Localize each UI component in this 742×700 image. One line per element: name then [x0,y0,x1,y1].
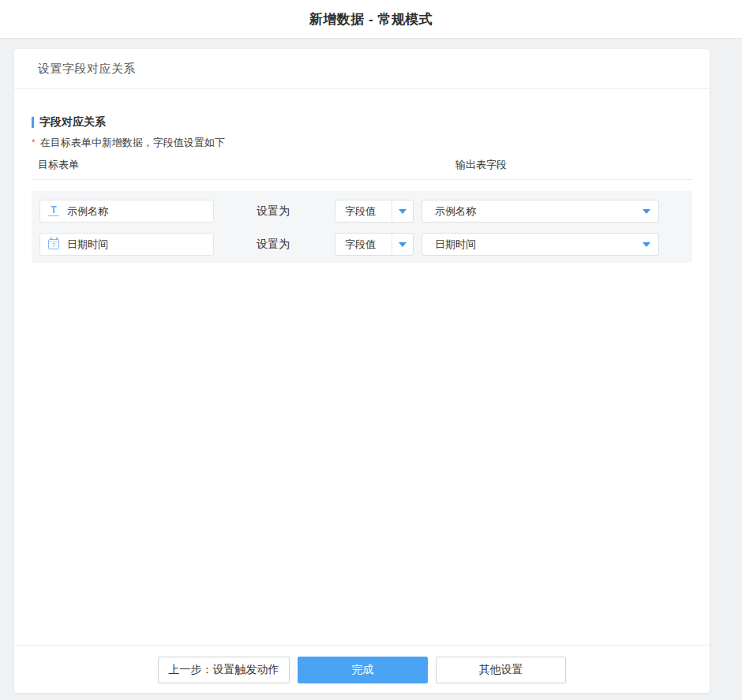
value-type-selected: 字段值 [335,204,392,219]
value-type-select[interactable]: 字段值 [335,200,414,223]
footer-divider [14,645,710,646]
footer-actions: 上一步：设置触发动作 完成 其他设置 [14,657,710,683]
finish-button[interactable]: 完成 [298,657,428,683]
chevron-down-icon[interactable] [399,242,407,247]
column-divider [32,179,692,180]
relation-label: 设置为 [257,204,291,219]
chevron-down-icon[interactable] [643,209,650,214]
column-header-target-form: 目标表单 [38,158,79,172]
mapping-row: T 示例名称 设置为 字段值 示例名称 [32,200,692,223]
target-field-name: 日期时间 [67,238,108,252]
mapping-note-row: * 在目标表单中新增数据，字段值设置如下 [32,136,225,150]
value-type-select[interactable]: 字段值 [335,233,414,256]
calendar-icon: 7 [48,239,59,249]
target-field-input[interactable]: T 示例名称 [39,200,214,223]
relation-label: 设置为 [257,238,291,252]
page-title: 新增数据 - 常规模式 [309,10,433,28]
value-selected: 示例名称 [422,204,635,219]
target-field-name: 示例名称 [67,204,108,219]
prev-step-button[interactable]: 上一步：设置触发动作 [158,657,290,683]
text-field-icon: T [48,206,59,216]
settings-card: 设置字段对应关系 字段对应关系 * 在目标表单中新增数据，字段值设置如下 目标表… [14,49,710,693]
value-select[interactable]: 日期时间 [422,233,659,256]
mapping-section-header: 字段对应关系 [32,115,106,129]
mapping-note: 在目标表单中新增数据，字段值设置如下 [40,136,225,150]
required-asterisk: * [32,137,36,148]
target-field-input[interactable]: 7 日期时间 [39,233,214,256]
value-select[interactable]: 示例名称 [422,200,659,223]
value-type-selected: 字段值 [335,238,392,252]
dialog-header: 新增数据 - 常规模式 [0,0,742,39]
other-settings-button[interactable]: 其他设置 [436,657,566,683]
chevron-down-icon[interactable] [643,242,650,247]
chevron-down-icon[interactable] [399,209,407,214]
value-selected: 日期时间 [422,238,635,252]
mapping-row: 7 日期时间 设置为 字段值 日期时间 [32,233,692,256]
section-accent-bar [32,117,34,128]
mapping-panel: T 示例名称 设置为 字段值 示例名称 7 日期时间 设置为 [32,191,692,263]
column-header-output-fields: 输出表字段 [455,158,507,172]
page: { "header": { "title": "新增数据 - 常规模式" }, … [0,0,742,700]
card-section-title: 设置字段对应关系 [14,49,710,89]
mapping-section-title: 字段对应关系 [39,115,106,129]
